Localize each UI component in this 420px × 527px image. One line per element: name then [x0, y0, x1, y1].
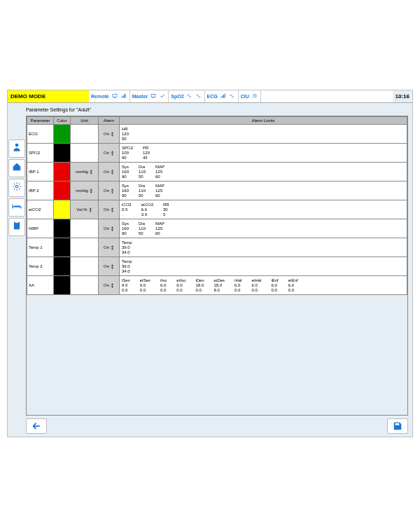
save-button[interactable]	[387, 418, 408, 434]
alarm-limits-cell[interactable]: Sys16090Dia11050MAP12560	[120, 163, 407, 182]
alarm-limits-cell[interactable]: Temp39.034.0	[120, 257, 407, 276]
topbar-item-label: SpO2	[171, 94, 183, 99]
alarm-selector[interactable]: On▲▼	[99, 219, 120, 238]
limit-header: SPO2	[122, 146, 133, 151]
color-swatch[interactable]	[54, 182, 71, 200]
col-parameter: Parameter	[27, 117, 54, 125]
param-name: SPO2	[27, 144, 54, 163]
svg-rect-14	[15, 221, 19, 223]
limit-column: etEnf6.00.0	[288, 278, 298, 293]
color-swatch[interactable]	[54, 144, 71, 163]
sidebar	[8, 116, 26, 416]
limit-low: 50	[139, 193, 146, 198]
color-swatch[interactable]	[54, 238, 71, 257]
limit-low: 90	[122, 174, 129, 179]
limit-column: iHal6.00.0	[234, 278, 241, 293]
alarm-selector[interactable]: On▲▼	[99, 163, 120, 182]
alarm-limits-cell[interactable]: Sys16090Dia11050MAP12560	[120, 182, 407, 200]
sidebar-patient-button[interactable]	[8, 139, 25, 158]
alarm-value: On	[104, 132, 109, 136]
alarm-limits-cell[interactable]: SPO210090PR12045	[120, 144, 407, 163]
limit-column: Temp39.034.0	[122, 240, 132, 255]
unit-selector[interactable]: mmHg▲▼	[71, 182, 99, 200]
limit-column: Dia11050	[139, 221, 146, 236]
limit-header: Dia	[139, 184, 146, 189]
topbar-item-spo2[interactable]: SpO2	[169, 90, 204, 102]
wave-icon	[229, 93, 236, 100]
sidebar-home-button[interactable]	[8, 159, 25, 177]
limit-header: iCO2	[122, 203, 132, 207]
back-button[interactable]	[26, 418, 47, 434]
topbar-item-ciu[interactable]: CIU	[239, 90, 261, 102]
alarm-limits-cell[interactable]: iSev9.00.0etSev9.00.0iIso6.00.0etIso6.00…	[120, 276, 407, 295]
color-swatch-fill	[54, 182, 70, 200]
limit-header: etIso	[176, 278, 186, 283]
limit-column: etCO26.63.9	[141, 203, 153, 217]
color-swatch-fill	[54, 163, 70, 181]
limit-column: MAP12560	[155, 221, 164, 236]
unit-value: mmHg	[76, 189, 88, 193]
unit-selector[interactable]: mmHg▲▼	[71, 163, 99, 182]
limit-header: etDes	[214, 278, 225, 283]
sidebar-settings-button[interactable]	[8, 179, 25, 197]
alarm-value: On	[104, 226, 109, 231]
unit-empty	[71, 238, 99, 257]
updown-icon: ▲▼	[90, 188, 93, 193]
param-name: IBP 2	[27, 182, 54, 200]
wave-icon	[186, 93, 193, 100]
alarm-limits-cell[interactable]: Temp39.034.0	[120, 238, 407, 257]
limit-high: 6.0	[271, 283, 278, 288]
param-name: Temp 1	[27, 238, 54, 257]
color-swatch[interactable]	[54, 219, 71, 238]
alarm-selector[interactable]: On▲▼	[99, 238, 120, 257]
alarm-limits-cell[interactable]: HR12050	[120, 125, 407, 144]
limit-high: 125	[155, 226, 164, 231]
limit-high: 120	[143, 151, 150, 156]
limit-column: iEnf6.00.0	[271, 278, 278, 293]
alarm-selector[interactable]: On▲▼	[99, 182, 120, 200]
alarm-value: On	[104, 245, 109, 249]
updown-icon: ▲▼	[111, 207, 114, 212]
limit-header: etHal	[251, 278, 261, 283]
alarm-selector[interactable]: On▲▼	[99, 276, 120, 295]
limit-high: 6.0	[234, 283, 241, 288]
color-swatch[interactable]	[54, 125, 71, 144]
sidebar-bed-button[interactable]	[8, 198, 25, 217]
limit-header: etSev	[140, 278, 150, 283]
table-row: Temp 2On▲▼Temp39.034.0	[27, 257, 407, 276]
alarm-value: On	[104, 264, 109, 268]
alarm-limits-cell[interactable]: iCO20.5.etCO26.63.9RR305	[120, 200, 407, 219]
limit-high: 39.0	[122, 264, 132, 269]
limit-header: iIso	[160, 278, 167, 283]
topbar-item-ecg[interactable]: ECG	[205, 90, 239, 102]
color-swatch[interactable]	[54, 276, 71, 295]
alarm-selector[interactable]: On▲▼	[99, 257, 120, 276]
limit-header: Temp	[122, 240, 132, 245]
limit-column: etIso6.00.0	[176, 278, 186, 293]
clock: 10:16	[393, 90, 412, 102]
col-alarm: Alarm	[99, 117, 120, 125]
table-row: IBP 1mmHg▲▼On▲▼Sys16090Dia11050MAP12560	[27, 163, 407, 182]
table-row: AAOn▲▼iSev9.00.0etSev9.00.0iIso6.00.0etI…	[27, 276, 407, 295]
topbar-item-master[interactable]: Master	[130, 90, 169, 102]
color-swatch[interactable]	[54, 200, 71, 219]
alarm-selector[interactable]: On▲▼	[99, 200, 120, 219]
limit-header: PR	[143, 146, 150, 151]
alarm-limits-cell[interactable]: Sys16090Dia11050MAP12560	[120, 219, 407, 238]
alarm-selector[interactable]: On▲▼	[99, 144, 120, 163]
limit-low: 50	[139, 174, 146, 179]
limit-high: 9.0	[122, 283, 130, 288]
svg-rect-0	[113, 94, 117, 97]
color-swatch[interactable]	[54, 257, 71, 276]
sidebar-clipboard-button[interactable]	[8, 218, 25, 236]
unit-selector[interactable]: Vol.%▲▼	[71, 200, 99, 219]
limit-header: iEnf	[271, 278, 278, 283]
signal-icon	[220, 93, 227, 100]
table-row: etCO2Vol.%▲▼On▲▼iCO20.5.etCO26.63.9RR305	[27, 200, 407, 219]
updown-icon: ▲▼	[111, 245, 114, 250]
alarm-selector[interactable]: On▲▼	[99, 125, 120, 144]
color-swatch[interactable]	[54, 163, 71, 182]
topbar-item-remote[interactable]: Remote	[89, 90, 130, 102]
svg-rect-13	[14, 222, 20, 230]
limit-low: 60	[155, 174, 164, 179]
